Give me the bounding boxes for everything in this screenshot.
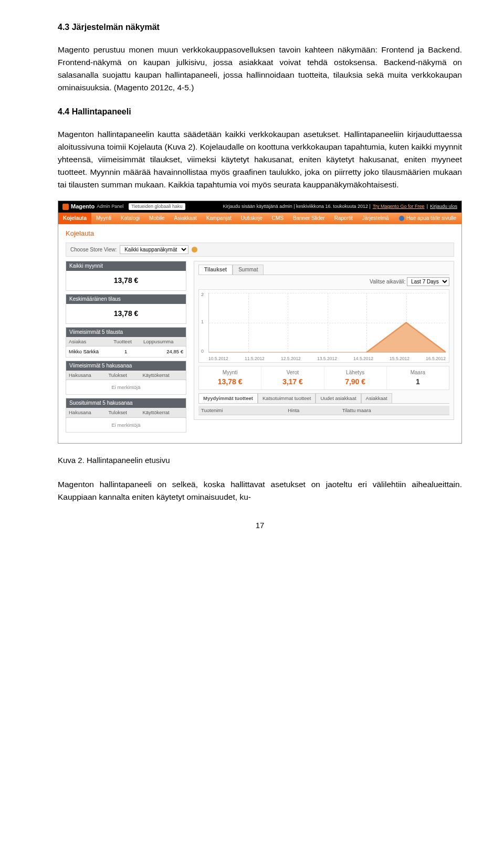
- chart-grid: [208, 293, 446, 353]
- menu-mobile[interactable]: Mobile: [144, 213, 169, 224]
- panel-head-last-searches: Viimeisimmät 5 hakusanaa: [66, 361, 186, 371]
- total-sales-value: 13,78 €: [66, 271, 186, 290]
- x-tick: 14.5.2012: [353, 356, 373, 361]
- x-tick: 15.5.2012: [390, 356, 410, 361]
- metric-label: Lähetys: [327, 370, 384, 376]
- menu-asiakkaat[interactable]: Asiakkaat: [170, 213, 202, 224]
- panel-head-popular-searches: Suosituimmat 5 hakusanaa: [66, 398, 186, 408]
- try-link[interactable]: Try Magento Go for Free: [373, 204, 425, 209]
- y-tick-0: 0: [201, 349, 204, 354]
- menu-myynti[interactable]: Myynti: [91, 213, 116, 224]
- login-info: Kirjaudu sisään käyttäjänä admin | keski…: [223, 204, 371, 209]
- help-link[interactable]: Hae apua tälle sivulle: [399, 215, 461, 222]
- col-total: Loppusumma: [141, 337, 186, 346]
- col-customer: Asiakas: [66, 337, 111, 346]
- col-term: Hakusana: [66, 371, 106, 380]
- x-tick: 10.5.2012: [208, 356, 228, 361]
- y-tick-1: 1: [201, 319, 204, 325]
- paragraph-1: Magento perustuu monen muun verkkokauppa…: [58, 44, 462, 94]
- col-name: Tuotenimi: [198, 406, 285, 415]
- menu-raportit[interactable]: Raportit: [330, 213, 358, 224]
- metric-value: 1: [389, 377, 447, 386]
- top-links: Kirjaudu sisään käyttäjänä admin | keski…: [223, 204, 457, 209]
- magento-admin-screenshot: Magento Admin Panel Tietueiden globaali …: [58, 201, 462, 444]
- col-term: Hakusana: [66, 408, 106, 417]
- col-results: Tulokset: [106, 371, 140, 380]
- admin-body: Kojelauta Choose Store View: Kaikki kaup…: [58, 224, 461, 444]
- tab-bestsellers[interactable]: Myydyimmät tuotteet: [198, 393, 258, 403]
- menu-katalogi[interactable]: Katalogi: [116, 213, 144, 224]
- panel-head-last-orders: Viimeisimmät 5 tilausta: [66, 328, 186, 337]
- tab-summat[interactable]: Summat: [233, 265, 264, 275]
- help-icon: [399, 216, 404, 221]
- svg-marker-0: [366, 323, 446, 353]
- metric-value: 7,90 €: [327, 377, 384, 386]
- info-icon[interactable]: [192, 247, 197, 252]
- avg-order-value: 13,78 €: [66, 304, 186, 323]
- panel-last-orders: Viimeisimmät 5 tilausta Asiakas Tuotteet…: [66, 327, 186, 357]
- panel-total-sales: Kaikki myynnit 13,78 €: [66, 261, 186, 291]
- global-search[interactable]: Tietueiden globaali haku: [129, 203, 185, 210]
- metric-myynti: Myynti 13,78 €: [199, 366, 261, 390]
- magento-icon: [62, 204, 69, 210]
- x-tick: 12.5.2012: [281, 356, 301, 361]
- metric-label: Verot: [264, 370, 321, 376]
- col-uses: Käyttökerrat: [140, 371, 186, 380]
- heading-4-3: 4.3 Järjestelmän näkymät: [58, 21, 462, 34]
- store-view-select[interactable]: Kaikki kauppanäkymät: [120, 245, 188, 254]
- panel-head-avg-order: Keskimääräinen tilaus: [66, 294, 186, 304]
- admin-menu: Kojelauta Myynti Katalogi Mobile Asiakka…: [58, 213, 461, 224]
- table-row[interactable]: Mikko Särkkä 1 24,85 €: [66, 346, 186, 357]
- metrics-row: Myynti 13,78 € Verot 3,17 € Lähetys 7,90…: [198, 366, 449, 390]
- store-view-selector-row: Choose Store View: Kaikki kauppanäkymät: [66, 243, 454, 257]
- metric-value: 13,78 €: [201, 377, 259, 386]
- panel-last-searches: Viimeisimmät 5 hakusanaa Hakusana Tuloks…: [66, 361, 186, 395]
- menu-cms[interactable]: CMS: [267, 213, 288, 224]
- orders-chart: 2 1 0: [198, 289, 449, 363]
- admin-topbar: Magento Admin Panel Tietueiden globaali …: [58, 201, 461, 213]
- magento-logo: Magento Admin Panel: [62, 203, 123, 210]
- metric-verot: Verot 3,17 €: [261, 366, 324, 390]
- logout-link[interactable]: Kirjaudu ulos: [430, 204, 457, 209]
- store-view-label: Choose Store View:: [70, 247, 117, 253]
- tab-mostviewed[interactable]: Katsotuimmat tuotteet: [258, 393, 316, 403]
- popular-searches-table: Hakusana Tulokset Käyttökerrat Ei merkin…: [66, 408, 186, 432]
- panel-avg-order: Keskimääräinen tilaus 13,78 €: [66, 294, 186, 324]
- range-label: Valitse aikaväli:: [370, 279, 405, 285]
- col-price: Hinta: [285, 406, 340, 415]
- menu-kojelauta[interactable]: Kojelauta: [58, 213, 91, 224]
- panel-head-total-sales: Kaikki myynnit: [66, 261, 186, 271]
- page-title: Kojelauta: [66, 229, 454, 238]
- menu-jarjestelma[interactable]: Järjestelmä: [358, 213, 394, 224]
- col-products: Tuotteet: [111, 337, 141, 346]
- metric-maara: Maara 1: [387, 366, 449, 390]
- figure-caption: Kuva 2. Hallintapaneelin etusivu: [58, 454, 462, 466]
- col-qty: Tilattu maara: [340, 406, 449, 415]
- last-orders-table: Asiakas Tuotteet Loppusumma Mikko Särkkä…: [66, 337, 186, 357]
- bottom-tabs: Myydyimmät tuotteet Katsotuimmat tuottee…: [198, 393, 449, 403]
- bottom-table: Tuotenimi Hinta Tilattu maara: [198, 406, 449, 415]
- menu-kampanjat[interactable]: Kampanjat: [202, 213, 236, 224]
- range-select[interactable]: Last 7 Days: [407, 277, 449, 286]
- brand-name: Magento: [71, 203, 94, 210]
- empty-row: Ei merkintöjä: [66, 380, 186, 395]
- panel-popular-searches: Suosituimmat 5 hakusanaa Hakusana Tuloks…: [66, 398, 186, 433]
- metric-label: Maara: [389, 370, 447, 376]
- tab-tilaukset[interactable]: Tilaukset: [198, 265, 233, 275]
- y-tick-2: 2: [201, 292, 204, 298]
- metric-label: Myynti: [201, 370, 259, 376]
- range-row: Valitse aikaväli: Last 7 Days: [198, 277, 449, 286]
- tab-customers[interactable]: Asiakkaat: [361, 393, 392, 403]
- cell-products: 1: [111, 346, 141, 357]
- menu-bannerslider[interactable]: Banner Slider: [288, 213, 330, 224]
- last-searches-table: Hakusana Tulokset Käyttökerrat Ei merkin…: [66, 371, 186, 395]
- chart-series: [209, 293, 446, 352]
- empty-row: Ei merkintöjä: [66, 417, 186, 432]
- tab-newcustomers[interactable]: Uudet asiakkaat: [316, 393, 361, 403]
- brand-sub: Admin Panel: [97, 204, 123, 209]
- col-results: Tulokset: [106, 408, 140, 417]
- metric-lahetys: Lähetys 7,90 €: [324, 366, 387, 390]
- cell-total: 24,85 €: [141, 346, 186, 357]
- metric-value: 3,17 €: [264, 377, 321, 386]
- menu-uutiskirje[interactable]: Uutiskirje: [236, 213, 267, 224]
